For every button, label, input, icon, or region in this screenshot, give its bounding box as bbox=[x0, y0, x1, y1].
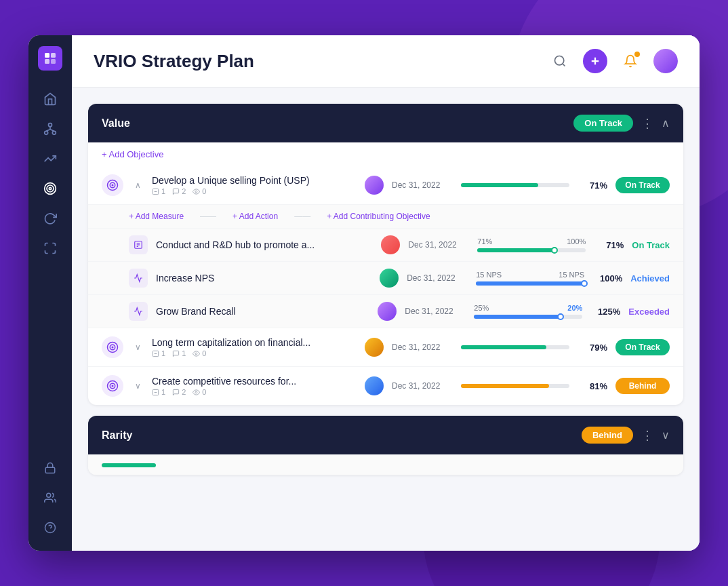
obj-expand-btn-2[interactable]: ∨ bbox=[132, 341, 144, 353]
svg-rect-1 bbox=[51, 53, 56, 58]
measure-row: Grow Brand Recall Dec 31, 2022 25% 20% bbox=[88, 295, 683, 328]
section-value-status: On Track bbox=[573, 115, 633, 132]
measure-date: Dec 31, 2022 bbox=[408, 240, 469, 250]
obj-expand-btn-3[interactable]: ∨ bbox=[132, 380, 144, 392]
sidebar-item-home[interactable] bbox=[38, 87, 62, 111]
add-button[interactable] bbox=[583, 49, 607, 73]
section-value-menu[interactable]: ⋮ bbox=[641, 116, 653, 131]
nps-percent: 100% bbox=[592, 273, 622, 284]
measure-progress-bar bbox=[477, 248, 554, 252]
svg-rect-13 bbox=[45, 467, 55, 473]
objective-icon bbox=[102, 174, 123, 196]
section-value-collapse[interactable]: ∧ bbox=[662, 117, 670, 130]
svg-point-10 bbox=[45, 183, 56, 195]
notification-button[interactable] bbox=[618, 49, 643, 73]
objective-info: Develop a Unique selling Point (USP) 1 2… bbox=[152, 175, 357, 195]
sidebar-item-integrations[interactable] bbox=[38, 236, 62, 260]
measure-progress-container: 71% 100% bbox=[477, 237, 586, 252]
section-value: Value On Track ⋮ ∧ + Add Objective bbox=[88, 104, 683, 405]
brand-label-left: 25% bbox=[474, 304, 489, 312]
sidebar-item-org[interactable] bbox=[38, 117, 62, 141]
add-objective-link[interactable]: + Add Objective bbox=[88, 142, 683, 166]
sidebar-item-refresh[interactable] bbox=[38, 206, 62, 231]
svg-point-5 bbox=[45, 131, 48, 134]
svg-line-9 bbox=[50, 130, 54, 132]
svg-rect-2 bbox=[45, 59, 49, 64]
meta3-comments: 2 bbox=[172, 388, 186, 396]
meta-tasks: 1 bbox=[152, 187, 165, 195]
nps-progress-dot bbox=[581, 280, 588, 287]
obj2-percent: 79% bbox=[578, 343, 607, 353]
svg-point-4 bbox=[49, 123, 52, 127]
obj-date: Dec 31, 2022 bbox=[392, 180, 453, 190]
nps-progress-wrap bbox=[476, 281, 584, 286]
brand-progress-container: 25% 20% bbox=[474, 304, 582, 319]
page-title: VRIO Strategy Plan bbox=[94, 51, 254, 72]
section-rarity-collapse[interactable]: ∨ bbox=[662, 429, 670, 442]
obj3-percent: 81% bbox=[578, 381, 607, 391]
objective-icon-2 bbox=[102, 336, 123, 358]
nps-name: Increase NPS bbox=[156, 273, 371, 284]
brand-avatar bbox=[378, 302, 397, 321]
search-button[interactable] bbox=[548, 49, 572, 73]
svg-rect-0 bbox=[45, 53, 49, 58]
brand-progress-wrap bbox=[474, 315, 582, 319]
objective-icon-3 bbox=[102, 375, 123, 397]
main-content: VRIO Strategy Plan bbox=[72, 35, 700, 551]
nps-label-left: 15 NPS bbox=[476, 271, 502, 279]
add-measure-link[interactable]: + Add Measure bbox=[129, 212, 184, 221]
svg-line-8 bbox=[46, 130, 50, 132]
svg-point-11 bbox=[47, 185, 54, 192]
objective-meta: 1 2 0 bbox=[152, 187, 357, 195]
obj2-status-badge: On Track bbox=[615, 339, 670, 355]
measure-status: On Track bbox=[632, 240, 670, 250]
obj2-progress-container bbox=[461, 345, 569, 349]
sidebar-item-trends[interactable] bbox=[38, 146, 62, 171]
svg-line-18 bbox=[563, 64, 565, 66]
objective-meta-3: 1 2 0 bbox=[152, 388, 357, 396]
user-avatar[interactable] bbox=[653, 49, 678, 73]
add-contributing-link[interactable]: + Add Contributing Objective bbox=[327, 212, 430, 221]
sidebar-logo[interactable] bbox=[38, 46, 62, 71]
measure-icon-brand bbox=[129, 302, 148, 321]
obj-status-badge: On Track bbox=[615, 177, 670, 193]
objective-row: ∧ Develop a Unique selling Point (USP) 1… bbox=[88, 166, 683, 205]
obj3-avatar bbox=[365, 376, 384, 395]
section-rarity: Rarity Behind ⋮ ∨ bbox=[88, 416, 683, 475]
sidebar-item-users[interactable] bbox=[38, 486, 62, 510]
objective-name: Develop a Unique selling Point (USP) bbox=[152, 175, 357, 186]
sidebar-item-objectives[interactable] bbox=[38, 176, 62, 201]
sidebar-item-lock[interactable] bbox=[38, 456, 62, 480]
section-value-header: Value On Track ⋮ ∧ bbox=[88, 104, 683, 142]
measure-avatar bbox=[381, 235, 400, 254]
nps-progress-container: 15 NPS 15 NPS bbox=[476, 271, 584, 286]
measure-icon-nps bbox=[129, 269, 148, 288]
obj2-progress-wrap bbox=[461, 345, 569, 349]
measure-info: Conduct and R&D hub to promote a... bbox=[156, 239, 373, 250]
obj2-progress-bar bbox=[461, 345, 546, 349]
meta2-comments: 1 bbox=[172, 349, 186, 357]
svg-point-6 bbox=[52, 131, 56, 134]
brand-label-right: 20% bbox=[567, 304, 582, 312]
add-links-row: + Add Measure —— + Add Action —— + Add C… bbox=[88, 205, 683, 229]
meta3-tasks: 1 bbox=[152, 388, 165, 396]
obj3-progress-container bbox=[461, 384, 569, 388]
svg-point-14 bbox=[47, 493, 51, 497]
brand-percent: 125% bbox=[590, 307, 620, 317]
section-rarity-menu[interactable]: ⋮ bbox=[641, 428, 653, 443]
svg-point-39 bbox=[112, 385, 113, 387]
progress-bar bbox=[461, 183, 538, 187]
add-action-link[interactable]: + Add Action bbox=[232, 212, 278, 221]
meta3-views: 0 bbox=[193, 388, 206, 396]
obj-expand-btn[interactable]: ∧ bbox=[132, 179, 144, 191]
progress-container bbox=[461, 183, 569, 187]
obj3-progress-bar bbox=[461, 384, 549, 388]
objective-row-2: ∨ Long term capitalization on financial.… bbox=[88, 328, 683, 367]
meta2-tasks: 1 bbox=[152, 349, 165, 357]
header: VRIO Strategy Plan bbox=[72, 35, 700, 87]
obj3-progress-wrap bbox=[461, 384, 569, 388]
svg-rect-3 bbox=[51, 59, 56, 64]
sidebar-item-help[interactable] bbox=[38, 515, 62, 540]
objective-info-2: Long term capitalization on financial...… bbox=[152, 337, 357, 357]
meta2-views: 0 bbox=[193, 349, 206, 357]
